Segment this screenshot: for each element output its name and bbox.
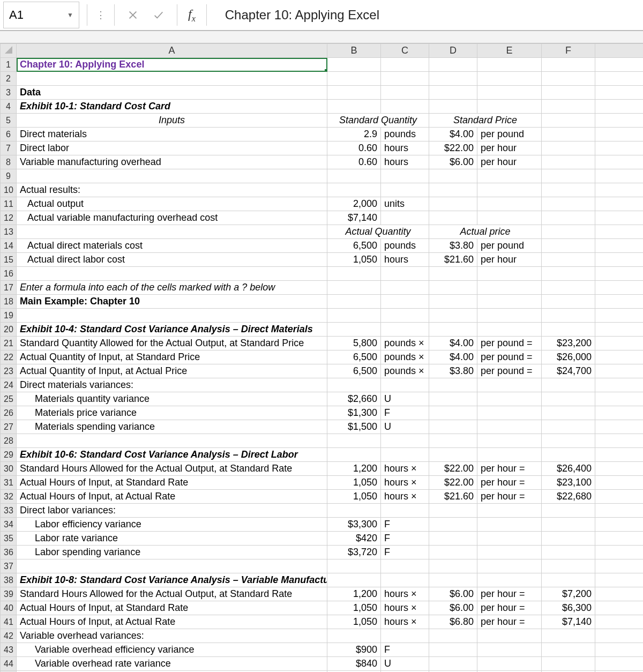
cell[interactable] <box>595 643 644 657</box>
cell-A41[interactable]: Actual Hours of Input, at Actual Rate <box>17 615 327 629</box>
cell[interactable] <box>429 434 477 448</box>
cell[interactable] <box>327 183 381 197</box>
cell-B6[interactable]: 2.9 <box>327 128 381 141</box>
row-header[interactable]: 14 <box>1 239 17 253</box>
cell-A40[interactable]: Actual Hours of Input, at Standard Rate <box>17 601 327 615</box>
cell-C11[interactable]: units <box>381 197 429 211</box>
cell[interactable] <box>17 309 327 323</box>
cell[interactable] <box>429 532 477 546</box>
cell[interactable] <box>477 532 542 546</box>
cell-E8[interactable]: per hour <box>477 155 542 169</box>
cell-E39[interactable]: per hour = <box>477 587 542 601</box>
cell[interactable] <box>542 392 595 406</box>
cell-B27[interactable]: $1,500 <box>327 420 381 434</box>
row-header[interactable]: 19 <box>1 309 17 323</box>
cell[interactable] <box>542 197 595 211</box>
cell-B39[interactable]: 1,200 <box>327 587 381 601</box>
cell[interactable] <box>477 643 542 657</box>
cell[interactable] <box>17 225 327 239</box>
row-header[interactable]: 13 <box>1 225 17 239</box>
row-header[interactable]: 12 <box>1 211 17 225</box>
cell-F40[interactable]: $6,300 <box>542 601 595 615</box>
cell-D22[interactable]: $4.00 <box>429 350 477 364</box>
cell[interactable] <box>477 518 542 532</box>
fx-icon[interactable]: fx <box>188 7 196 24</box>
cell[interactable] <box>429 323 477 337</box>
cell-C44[interactable]: U <box>381 657 429 671</box>
row-header[interactable]: 43 <box>1 643 17 657</box>
row-header[interactable]: 26 <box>1 406 17 420</box>
cell[interactable] <box>429 211 477 225</box>
row-header[interactable]: 24 <box>1 378 17 392</box>
cell[interactable] <box>595 587 644 601</box>
cell-B36[interactable]: $3,720 <box>327 546 381 559</box>
cell[interactable] <box>542 504 595 518</box>
cell[interactable] <box>429 643 477 657</box>
cell-A6[interactable]: Direct materials <box>17 128 327 141</box>
cell-B30[interactable]: 1,200 <box>327 462 381 476</box>
cell[interactable] <box>327 323 381 337</box>
cell[interactable] <box>542 128 595 141</box>
cell[interactable] <box>542 58 595 72</box>
cell[interactable] <box>542 281 595 295</box>
cell[interactable] <box>17 434 327 448</box>
cell[interactable] <box>542 643 595 657</box>
cell-C35[interactable]: F <box>381 532 429 546</box>
cell[interactable] <box>595 629 644 643</box>
cell[interactable] <box>327 169 381 183</box>
row-header[interactable]: 27 <box>1 420 17 434</box>
cell-A32[interactable]: Actual Hours of Input, at Actual Rate <box>17 490 327 504</box>
cell[interactable] <box>542 155 595 169</box>
cell[interactable] <box>327 434 381 448</box>
cell-C34[interactable]: F <box>381 518 429 532</box>
row-header[interactable]: 2 <box>1 72 17 86</box>
cell-B12[interactable]: $7,140 <box>327 211 381 225</box>
cell-B44[interactable]: $840 <box>327 657 381 671</box>
cell[interactable] <box>542 406 595 420</box>
cell-C7[interactable]: hours <box>381 141 429 155</box>
cell-D21[interactable]: $4.00 <box>429 337 477 350</box>
cell-D40[interactable]: $6.00 <box>429 601 477 615</box>
cell[interactable] <box>477 323 542 337</box>
cell-A42[interactable]: Variable overhead variances: <box>17 629 327 643</box>
cell-C21[interactable]: pounds × <box>381 337 429 350</box>
cell[interactable] <box>327 281 381 295</box>
cell[interactable] <box>595 462 644 476</box>
cell[interactable] <box>595 267 644 281</box>
row-header[interactable]: 22 <box>1 350 17 364</box>
cell[interactable] <box>595 183 644 197</box>
cell[interactable] <box>477 183 542 197</box>
cell[interactable] <box>381 573 429 587</box>
row-header[interactable]: 25 <box>1 392 17 406</box>
cell-B8[interactable]: 0.60 <box>327 155 381 169</box>
cell[interactable] <box>595 337 644 350</box>
col-header-blank[interactable] <box>595 44 644 58</box>
cell[interactable] <box>381 281 429 295</box>
cell[interactable] <box>477 406 542 420</box>
cell[interactable] <box>429 183 477 197</box>
cell-A12[interactable]: Actual variable manufacturing overhead c… <box>17 211 327 225</box>
cell-B21[interactable]: 5,800 <box>327 337 381 350</box>
cell[interactable] <box>429 406 477 420</box>
cell-B34[interactable]: $3,300 <box>327 518 381 532</box>
cell-F31[interactable]: $23,100 <box>542 476 595 490</box>
cell-B5[interactable]: Standard Quantity <box>327 114 429 128</box>
cell-A1[interactable]: Chapter 10: Applying Excel <box>17 58 327 72</box>
cell[interactable] <box>327 378 381 392</box>
cell-A5[interactable]: Inputs <box>17 114 327 128</box>
cell[interactable] <box>477 309 542 323</box>
cell[interactable] <box>429 420 477 434</box>
cell-B35[interactable]: $420 <box>327 532 381 546</box>
cell[interactable] <box>477 434 542 448</box>
cell[interactable] <box>429 448 477 462</box>
cell[interactable] <box>595 476 644 490</box>
cell[interactable] <box>381 323 429 337</box>
cell-A18[interactable]: Main Example: Chapter 10 <box>17 295 327 309</box>
accept-icon[interactable] <box>148 4 169 26</box>
cell-A10[interactable]: Actual results: <box>17 183 327 197</box>
cell-F32[interactable]: $22,680 <box>542 490 595 504</box>
cell[interactable] <box>595 309 644 323</box>
cell[interactable] <box>381 504 429 518</box>
row-header[interactable]: 7 <box>1 141 17 155</box>
cell[interactable] <box>595 350 644 364</box>
